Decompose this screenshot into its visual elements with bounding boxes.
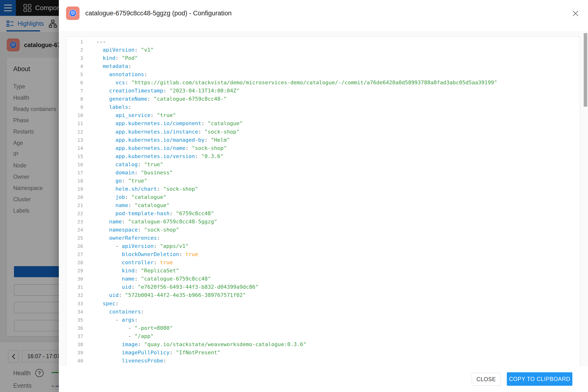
code-line: 23name: "catalogue-6759c8cc48-5ggzg" <box>66 218 580 226</box>
code-line: 9labels: <box>66 103 580 111</box>
line-number: 12 <box>66 128 83 136</box>
line-number: 17 <box>66 168 83 177</box>
line-number: 13 <box>66 136 83 144</box>
code-line: 2apiVersion: "v1" <box>66 46 580 54</box>
copy-to-clipboard-button[interactable]: COPY TO CLIPBOARD <box>507 372 572 386</box>
code-line: 10api_service: "true" <box>66 111 580 120</box>
code-text: livenessProbe: <box>96 357 166 365</box>
code-text: uid: "572b0041-44f2-4e35-b966-389767571f… <box>96 291 246 299</box>
code-line: 26- apiVersion: "apps/v1" <box>66 242 580 250</box>
modal-footer: CLOSE COPY TO CLIPBOARD <box>59 366 588 392</box>
line-number: 21 <box>66 201 83 210</box>
code-text: vcs: "https://gitlab.com/stackvista/demo… <box>96 78 497 87</box>
line-number: 23 <box>66 218 83 226</box>
line-number: 35 <box>66 316 83 324</box>
line-number: 18 <box>66 177 83 185</box>
code-text: app.kubernetes.io/managed-by: "Helm" <box>96 136 230 144</box>
line-number: 7 <box>66 87 83 95</box>
line-number: 10 <box>66 111 83 120</box>
code-text: pod-template-hash: "6759c8cc48" <box>96 210 214 218</box>
line-number: 34 <box>66 308 83 316</box>
code-line: 1--- <box>66 38 580 46</box>
code-text: controller: true <box>96 258 173 266</box>
code-line: 24namespace: "sock-shop" <box>66 226 580 234</box>
line-number: 14 <box>66 144 83 152</box>
code-text: kind: "ReplicaSet" <box>96 266 179 275</box>
code-text: - apiVersion: "apps/v1" <box>96 242 188 250</box>
code-text: - "-port=8080" <box>96 324 173 332</box>
code-line: 19helm.sh/chart: "sock-shop" <box>66 185 580 193</box>
code-line: 14app.kubernetes.io/name: "sock-shop" <box>66 144 580 152</box>
code-line: 22pod-template-hash: "6759c8cc48" <box>66 210 580 218</box>
line-number: 1 <box>66 38 83 46</box>
code-line: 30name: "catalogue-6759c8cc48" <box>66 275 580 283</box>
line-number: 39 <box>66 348 83 357</box>
code-line: 29kind: "ReplicaSet" <box>66 266 580 275</box>
code-text: apiVersion: "v1" <box>96 46 154 54</box>
line-number: 27 <box>66 250 83 258</box>
code-text: annotations: <box>96 70 147 78</box>
line-number: 15 <box>66 152 83 160</box>
code-line: 17domain: "business" <box>66 168 580 177</box>
code-line: 40livenessProbe: <box>66 357 580 365</box>
line-number: 33 <box>66 300 83 308</box>
code-text: app.kubernetes.io/component: "catalogue" <box>96 120 242 128</box>
close-icon[interactable] <box>571 9 580 18</box>
pod-icon <box>66 6 80 20</box>
modal-title: catalogue-6759c8cc48-5ggzg (pod) - Confi… <box>85 10 232 17</box>
line-number: 4 <box>66 62 83 70</box>
line-number: 3 <box>66 54 83 62</box>
code-line: 6vcs: "https://gitlab.com/stackvista/dem… <box>66 78 580 87</box>
code-line: 15app.kubernetes.io/version: "0.3.6" <box>66 152 580 160</box>
code-line: 20job: "catalogue" <box>66 193 580 201</box>
code-text: name: "catalogue-6759c8cc48-5ggzg" <box>96 218 217 226</box>
code-line: 37- "/app" <box>66 332 580 340</box>
code-text: kind: "Pod" <box>96 54 138 62</box>
line-number: 32 <box>66 291 83 299</box>
code-line: 27blockOwnerDeletion: true <box>66 250 580 258</box>
code-text: app.kubernetes.io/version: "0.3.6" <box>96 152 224 160</box>
code-line: 39imagePullPolicy: "IfNotPresent" <box>66 348 580 357</box>
line-number: 25 <box>66 234 83 242</box>
code-line: 38image: "quay.io/stackstate/weaveworksd… <box>66 340 580 348</box>
line-number: 9 <box>66 103 83 111</box>
code-line: 18go: "true" <box>66 177 580 185</box>
code-text: domain: "business" <box>96 168 173 177</box>
code-line: 31uid: "e7620f56-6493-44f3-b832-d04399a9… <box>66 283 580 291</box>
code-text: blockOwnerDeletion: true <box>96 250 198 258</box>
code-line: 28controller: true <box>66 258 580 266</box>
code-line: 36- "-port=8080" <box>66 324 580 332</box>
code-line: 11app.kubernetes.io/component: "catalogu… <box>66 120 580 128</box>
code-text: name: "catalogue-6759c8cc48" <box>96 275 211 283</box>
line-number: 19 <box>66 185 83 193</box>
code-text: image: "quay.io/stackstate/weaveworksdem… <box>96 340 306 348</box>
code-text: ownerReferences: <box>96 234 160 242</box>
code-line: 4metadata: <box>66 62 580 70</box>
line-number: 20 <box>66 193 83 201</box>
line-number: 36 <box>66 324 83 332</box>
code-container: 1---2apiVersion: "v1"3kind: "Pod"4metada… <box>59 31 588 366</box>
code-text: --- <box>96 38 106 46</box>
code-line: 33spec: <box>66 300 580 308</box>
code-text: spec: <box>96 300 119 308</box>
line-number: 2 <box>66 46 83 54</box>
close-button[interactable]: CLOSE <box>472 373 500 386</box>
line-number: 40 <box>66 357 83 365</box>
code-text: - args: <box>96 316 138 324</box>
modal-header: catalogue-6759c8cc48-5ggzg (pod) - Confi… <box>59 0 588 26</box>
line-number: 11 <box>66 120 83 128</box>
line-number: 6 <box>66 78 83 87</box>
code-text: generateName: "catalogue-6759c8cc48-" <box>96 95 227 103</box>
code-text: catalog: "true" <box>96 160 163 168</box>
line-number: 31 <box>66 283 83 291</box>
code-line: 7creationTimestamp: "2023-04-13T14:00:04… <box>66 87 580 95</box>
line-number: 29 <box>66 266 83 275</box>
code-line: 8generateName: "catalogue-6759c8cc48-" <box>66 95 580 103</box>
code-text: metadata: <box>96 62 132 70</box>
code-line: 25ownerReferences: <box>66 234 580 242</box>
code-text: - "/app" <box>96 332 154 340</box>
line-number: 38 <box>66 340 83 348</box>
code-text: go: "true" <box>96 177 147 185</box>
scrollbar-thumb[interactable] <box>584 33 587 107</box>
code-line: 34containers: <box>66 308 580 316</box>
